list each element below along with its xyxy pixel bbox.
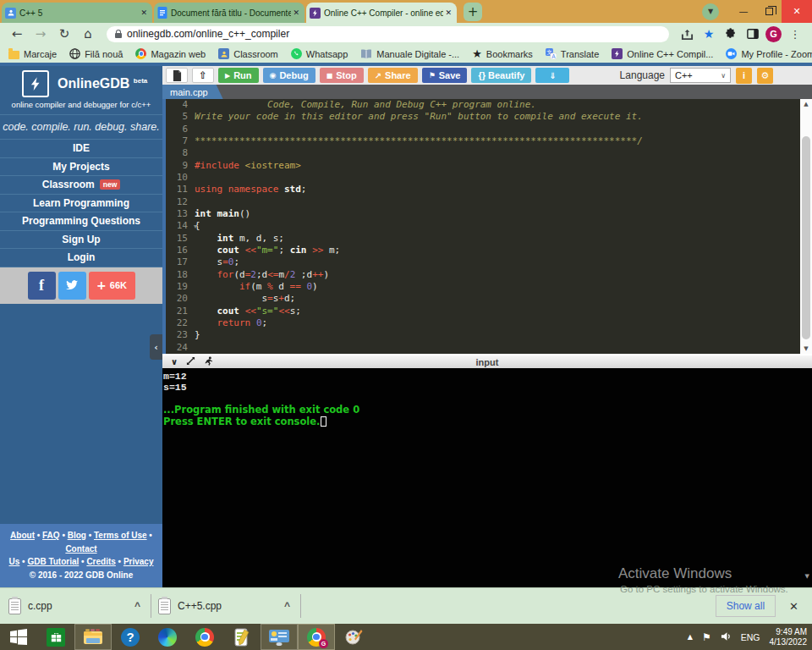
beautify-button[interactable]: {} Beautify bbox=[471, 68, 531, 83]
stop-button[interactable]: ■Stop bbox=[320, 68, 364, 83]
code-line: 13int main() bbox=[166, 208, 812, 220]
bookmark-item[interactable]: Marcaje bbox=[8, 49, 57, 59]
volume-icon[interactable] bbox=[721, 630, 732, 645]
footer-link[interactable]: Terms of Use bbox=[94, 531, 147, 540]
tab-close-icon[interactable]: ✕ bbox=[139, 8, 149, 17]
bookmark-item[interactable]: Whatsapp bbox=[291, 48, 348, 59]
download-item[interactable]: c.cpp^ bbox=[8, 598, 144, 614]
upload-button[interactable]: ⇧ bbox=[192, 68, 214, 83]
close-button[interactable]: ✕ bbox=[782, 0, 812, 23]
profile-chevron-icon[interactable]: ▼ bbox=[702, 3, 719, 20]
help-icon[interactable]: ? bbox=[112, 624, 149, 650]
footer-link[interactable]: FAQ bbox=[42, 531, 60, 540]
footer-link[interactable]: About bbox=[10, 531, 35, 540]
footer-link[interactable]: Blog bbox=[68, 531, 86, 540]
console-scroll-down-icon[interactable]: ▼ bbox=[805, 571, 809, 582]
footer-link[interactable]: GDB Tutorial bbox=[27, 557, 79, 566]
bookmark-item[interactable]: My Profile - Zoom bbox=[726, 48, 812, 59]
sidebar-collapse-handle[interactable]: ‹ bbox=[150, 334, 162, 360]
notepadpp-icon[interactable] bbox=[223, 624, 261, 650]
language-select[interactable]: C++∨ bbox=[670, 68, 731, 83]
browser-tab[interactable]: Online C++ Compiler - online ed✕ bbox=[306, 3, 457, 23]
share-icon[interactable] bbox=[678, 25, 696, 43]
display-settings-icon[interactable] bbox=[261, 624, 298, 650]
sidebar-item-programming-questions[interactable]: Programming Questions bbox=[0, 212, 162, 231]
chrome-icon[interactable] bbox=[186, 624, 223, 650]
footer-link[interactable]: Contact bbox=[65, 544, 96, 554]
download-button[interactable]: ⇓ bbox=[535, 68, 569, 83]
share-button[interactable]: ↗Share bbox=[368, 68, 418, 83]
tab-close-icon[interactable]: ✕ bbox=[291, 8, 301, 17]
download-item[interactable]: C++5.cpp^ bbox=[158, 598, 294, 614]
language-indicator[interactable]: ENG bbox=[741, 632, 760, 642]
sidebar-item-ide[interactable]: IDE bbox=[0, 140, 162, 158]
debug-button[interactable]: ◉Debug bbox=[263, 68, 315, 83]
fold-arrow-icon[interactable]: ▾ bbox=[194, 221, 197, 233]
file-explorer-icon[interactable] bbox=[74, 624, 112, 650]
bookmark-item[interactable]: Filă nouă bbox=[69, 48, 123, 59]
sidebar-item-sign-up[interactable]: Sign Up bbox=[0, 231, 162, 250]
tray-chevron-icon[interactable]: ▲ bbox=[688, 633, 693, 641]
downloads-close-icon[interactable]: ✕ bbox=[789, 600, 798, 613]
tab-close-icon[interactable]: ✕ bbox=[443, 8, 453, 17]
side-panel-icon[interactable] bbox=[743, 25, 762, 43]
bookmark-item[interactable]: Classroom bbox=[218, 48, 278, 59]
home-button[interactable]: ⌂ bbox=[78, 25, 98, 43]
logo[interactable]: OnlineGDB beta bbox=[0, 66, 162, 99]
browser-tab[interactable]: Document fără titlu - Documente✕ bbox=[154, 3, 304, 23]
scroll-down-icon[interactable]: ▼ bbox=[800, 345, 812, 352]
new-tab-button[interactable]: + bbox=[464, 3, 482, 21]
bookmark-item[interactable]: Magazin web bbox=[135, 48, 206, 59]
save-button[interactable]: ⚑Save bbox=[422, 68, 468, 83]
show-all-button[interactable]: Show all bbox=[716, 595, 776, 617]
forward-button[interactable]: → bbox=[30, 25, 51, 43]
browser-tab[interactable]: C++ 5✕ bbox=[2, 3, 152, 23]
menu-dots-icon[interactable]: ⋮ bbox=[785, 25, 805, 43]
bookmark-item[interactable]: Manuale Digitale -... bbox=[360, 49, 459, 59]
clock[interactable]: 9:49 AM4/13/2022 bbox=[770, 627, 808, 647]
back-button[interactable]: ← bbox=[7, 25, 27, 43]
footer-link[interactable]: Us bbox=[9, 557, 20, 566]
chrome-profile-icon[interactable]: G bbox=[298, 624, 335, 650]
address-bar[interactable]: onlinegdb.com/online_c++_compiler bbox=[107, 26, 669, 42]
code-line: 12 bbox=[166, 196, 812, 208]
download-menu-chevron[interactable]: ^ bbox=[284, 600, 290, 612]
sidebar-item-my-projects[interactable]: My Projects bbox=[0, 158, 162, 177]
settings-gear-button[interactable]: ⚙ bbox=[757, 68, 773, 84]
reload-button[interactable]: ↻ bbox=[54, 25, 74, 43]
editor-scrollbar[interactable]: ▲ ▼ bbox=[800, 99, 812, 354]
sidebar-item-learn-programming[interactable]: Learn Programming bbox=[0, 195, 162, 213]
flag-icon[interactable]: ⚑ bbox=[702, 631, 711, 643]
twitter-button[interactable] bbox=[58, 272, 86, 300]
facebook-button[interactable]: f bbox=[28, 272, 56, 300]
paint-icon[interactable] bbox=[335, 624, 372, 650]
minimize-button[interactable]: — bbox=[731, 0, 756, 23]
code-editor[interactable]: 4 Code, Compile, Run and Debug C++ progr… bbox=[162, 99, 812, 354]
bookmark-item[interactable]: 文ATranslate bbox=[546, 48, 599, 59]
maximize-button[interactable] bbox=[756, 0, 782, 23]
avatar[interactable]: G bbox=[765, 26, 782, 42]
download-filename: c.cpp bbox=[28, 600, 128, 612]
new-file-button[interactable] bbox=[166, 68, 188, 83]
sidebar-item-classroom[interactable]: Classroomnew bbox=[0, 176, 162, 195]
scroll-up-icon[interactable]: ▲ bbox=[800, 101, 812, 107]
share-count-button[interactable]: +66K bbox=[89, 272, 135, 300]
windows-start-icon[interactable] bbox=[0, 624, 37, 650]
line-number: 8 bbox=[166, 147, 191, 159]
bookmark-item[interactable]: ★Bookmarks bbox=[472, 48, 533, 59]
footer-link[interactable]: Credits bbox=[86, 557, 115, 566]
extensions-icon[interactable] bbox=[721, 25, 740, 43]
download-menu-chevron[interactable]: ^ bbox=[134, 600, 140, 612]
scrollbar-thumb[interactable] bbox=[802, 136, 810, 339]
footer-link[interactable]: Privacy bbox=[123, 557, 154, 566]
run-button[interactable]: ▶Run bbox=[218, 68, 259, 83]
sidebar-item-login[interactable]: Login bbox=[0, 249, 162, 267]
console-output[interactable]: m=12s=15 ...Program finished with exit c… bbox=[162, 368, 812, 587]
whatsapp-icon bbox=[291, 48, 302, 59]
bookmark-star-icon[interactable]: ★ bbox=[700, 25, 718, 43]
file-tab-main-cpp[interactable]: main.cpp bbox=[162, 85, 223, 99]
edge-icon[interactable] bbox=[149, 624, 186, 650]
info-button[interactable]: i bbox=[736, 68, 752, 84]
bookmark-item[interactable]: Online C++ Compil... bbox=[612, 48, 713, 59]
ms-store-icon[interactable] bbox=[37, 624, 74, 650]
